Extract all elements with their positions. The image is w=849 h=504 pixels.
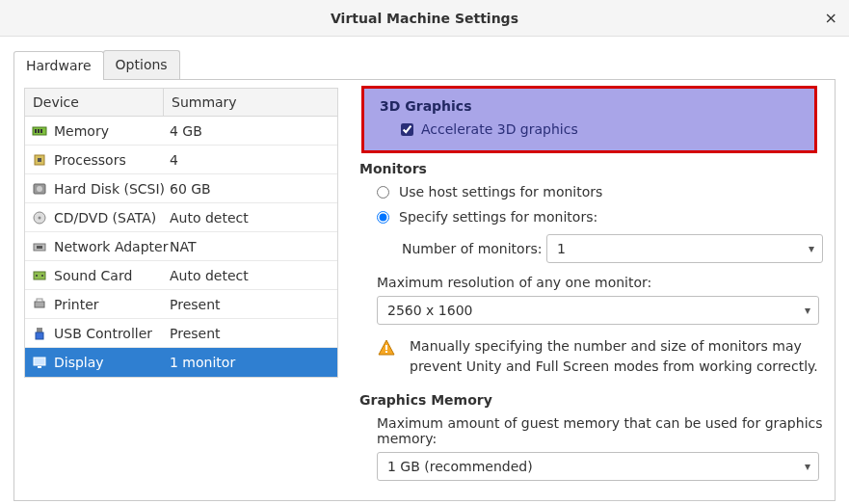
tabs: Hardware Options (13, 50, 836, 79)
memory-icon (31, 122, 48, 140)
close-icon[interactable]: × (825, 9, 837, 27)
tab-options[interactable]: Options (103, 50, 180, 79)
graphics-memory-value: 1 GB (recommended) (387, 459, 533, 474)
device-name: Memory (54, 123, 170, 139)
num-monitors-row: Number of monitors: 1 ▾ (402, 234, 823, 263)
table-row[interactable]: Network Adapter NAT (25, 232, 337, 261)
svg-rect-2 (38, 129, 40, 133)
specify-label: Specify settings for monitors: (399, 209, 597, 225)
device-summary: 4 (170, 152, 332, 168)
table-row[interactable]: USB Controller Present (25, 319, 337, 348)
warning-icon (377, 338, 398, 377)
chevron-down-icon: ▾ (805, 304, 810, 317)
svg-rect-22 (385, 345, 387, 350)
usb-icon (31, 325, 48, 342)
chevron-down-icon: ▾ (809, 242, 814, 255)
graphics-memory-label: Maximum amount of guest memory that can … (377, 415, 823, 446)
accelerate-3d-row[interactable]: Accelerate 3D graphics (401, 121, 799, 137)
svg-rect-15 (35, 302, 44, 307)
section-title-3d: 3D Graphics (380, 98, 799, 114)
disk-icon (31, 180, 48, 198)
svg-point-9 (39, 216, 41, 219)
device-grid-header: Device Summary (24, 88, 338, 116)
svg-rect-19 (34, 358, 45, 365)
device-summary: Auto detect (170, 268, 332, 283)
device-summary: NAT (170, 239, 332, 254)
graphics-memory-select[interactable]: 1 GB (recommended) ▾ (377, 452, 819, 481)
svg-point-14 (41, 275, 43, 277)
svg-rect-20 (38, 366, 41, 368)
maxres-select[interactable]: 2560 x 1600 ▾ (377, 296, 819, 325)
warning-text: Manually specifying the number and size … (410, 336, 823, 377)
table-row[interactable]: Sound Card Auto detect (25, 261, 337, 290)
device-grid-body: Memory 4 GB Processors 4 (24, 116, 338, 378)
use-host-label: Use host settings for monitors (399, 184, 602, 199)
device-summary: Present (170, 297, 332, 312)
device-name: Printer (54, 297, 170, 312)
display-icon (31, 354, 48, 371)
svg-rect-23 (385, 351, 387, 353)
column-summary[interactable]: Summary (164, 89, 337, 116)
window-title: Virtual Machine Settings (331, 11, 518, 26)
section-title-graphics-memory: Graphics Memory (359, 392, 823, 408)
device-name: Network Adapter (54, 239, 170, 254)
table-row[interactable]: Processors 4 (25, 146, 337, 174)
svg-rect-5 (38, 158, 41, 162)
table-row[interactable]: Hard Disk (SCSI) 60 GB (25, 174, 337, 203)
svg-rect-17 (37, 328, 42, 332)
maxres-label: Maximum resolution of any one monitor: (377, 275, 823, 290)
svg-rect-18 (36, 332, 43, 339)
num-monitors-label: Number of monitors: (402, 241, 546, 256)
table-row[interactable]: Printer Present (25, 290, 337, 319)
svg-point-7 (37, 186, 42, 192)
device-name: USB Controller (54, 326, 170, 341)
svg-rect-12 (34, 272, 45, 279)
device-name: Sound Card (54, 268, 170, 283)
use-host-radio[interactable] (377, 186, 389, 199)
cd-icon (31, 209, 48, 226)
settings-panel: 3D Graphics Accelerate 3D graphics Monit… (348, 80, 835, 500)
column-device[interactable]: Device (25, 89, 164, 116)
maxres-value: 2560 x 1600 (387, 303, 472, 318)
svg-rect-3 (40, 129, 42, 133)
specify-radio-row[interactable]: Specify settings for monitors: (377, 209, 823, 225)
processor-icon (31, 151, 48, 169)
printer-icon (31, 296, 48, 313)
table-row[interactable]: Display 1 monitor (25, 348, 337, 377)
network-icon (31, 238, 48, 255)
device-summary: Present (170, 326, 332, 341)
3d-graphics-section: 3D Graphics Accelerate 3D graphics (361, 86, 817, 153)
device-summary: 4 GB (170, 123, 332, 139)
sound-icon (31, 267, 48, 284)
svg-rect-1 (35, 129, 37, 133)
table-row[interactable]: Memory 4 GB (25, 117, 337, 146)
svg-rect-16 (37, 299, 42, 302)
device-name: Display (54, 355, 170, 370)
accelerate-3d-checkbox[interactable] (401, 123, 413, 136)
num-monitors-value: 1 (557, 241, 566, 256)
use-host-radio-row[interactable]: Use host settings for monitors (377, 184, 823, 199)
accelerate-3d-label: Accelerate 3D graphics (421, 121, 578, 137)
tab-body: Device Summary Memory 4 GB (13, 79, 836, 501)
svg-point-13 (36, 275, 38, 277)
device-list-panel: Device Summary Memory 4 GB (14, 80, 348, 500)
section-title-monitors: Monitors (359, 161, 823, 176)
monitor-warning: Manually specifying the number and size … (377, 336, 823, 377)
device-summary: Auto detect (170, 210, 332, 225)
titlebar: Virtual Machine Settings × (0, 0, 849, 37)
device-name: Processors (54, 152, 170, 168)
specify-radio[interactable] (377, 211, 389, 224)
tab-hardware[interactable]: Hardware (13, 51, 104, 80)
device-summary: 1 monitor (170, 355, 332, 370)
svg-rect-11 (37, 246, 42, 249)
num-monitors-select[interactable]: 1 ▾ (546, 234, 823, 263)
dialog-content: Hardware Options Device Summary Memory 4… (0, 37, 849, 501)
table-row[interactable]: CD/DVD (SATA) Auto detect (25, 203, 337, 232)
device-summary: 60 GB (170, 181, 332, 197)
device-name: Hard Disk (SCSI) (54, 181, 170, 197)
device-name: CD/DVD (SATA) (54, 210, 170, 225)
chevron-down-icon: ▾ (805, 460, 810, 473)
